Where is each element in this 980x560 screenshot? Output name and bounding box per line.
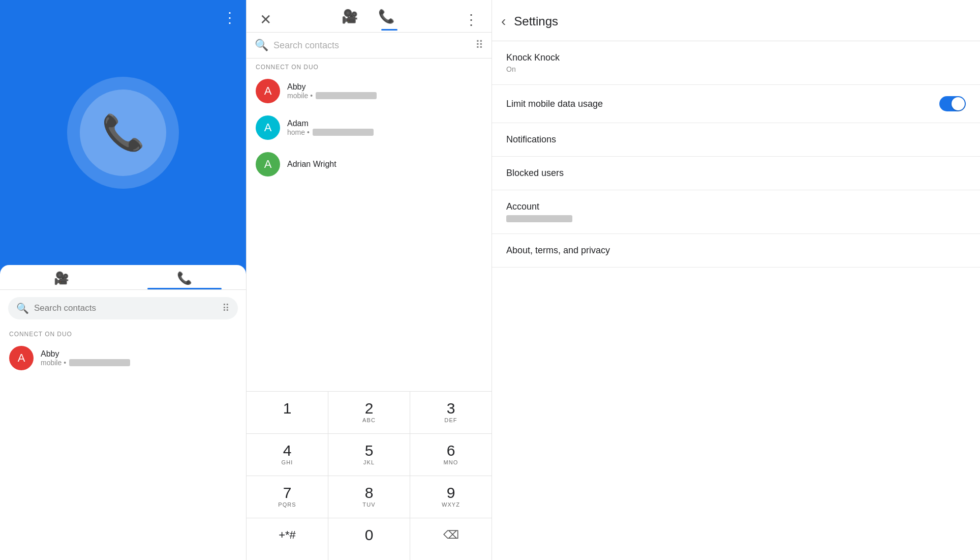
mid-header: ✕ 🎥 📞 ⋮ xyxy=(247,0,492,33)
left-search-bar[interactable]: 🔍 ⠿ xyxy=(8,297,238,319)
toggle-knob xyxy=(952,97,965,110)
contact-info-abby: Abby mobile • xyxy=(41,349,130,367)
settings-label-blocked-users: Blocked users xyxy=(506,168,564,179)
settings-header: ‹ Settings xyxy=(492,0,980,41)
settings-title: Settings xyxy=(514,14,558,28)
mid-video-icon: 🎥 xyxy=(342,9,358,24)
settings-label-about: About, terms, and privacy xyxy=(506,245,610,256)
left-tabs-row: 🎥 📞 xyxy=(0,265,246,290)
left-search-icon: 🔍 xyxy=(16,302,29,314)
menu-dots-button[interactable]: ⋮ xyxy=(223,9,237,26)
dial-num-8: 8 xyxy=(365,485,374,500)
left-tab-video[interactable]: 🎥 xyxy=(0,271,123,289)
settings-item-account[interactable]: Account xyxy=(492,190,980,234)
settings-item-content-notifications: Notifications xyxy=(506,134,556,145)
dial-letters-4: GHI xyxy=(282,459,293,466)
left-panel-top: ⋮ 📞 xyxy=(0,0,246,265)
settings-item-content-account: Account xyxy=(506,201,572,222)
dial-key-5[interactable]: 5 JKL xyxy=(328,434,410,476)
mid-contact-abby[interactable]: A Abby mobile • xyxy=(247,73,492,109)
mid-name-adrian: Adrian Wright xyxy=(287,160,336,169)
dial-key-9[interactable]: 9 WXYZ xyxy=(410,476,492,518)
dial-num-6: 6 xyxy=(447,443,455,458)
left-panel: ⋮ 📞 🎥 📞 🔍 ⠿ CONNECT ON DUO A xyxy=(0,0,246,560)
call-circle-inner: 📞 xyxy=(80,90,166,176)
dial-key-4[interactable]: 4 GHI xyxy=(247,434,328,476)
dial-num-5: 5 xyxy=(365,443,374,458)
mid-search-icon: 🔍 xyxy=(255,39,268,52)
contact-item-abby[interactable]: A Abby mobile • xyxy=(0,340,246,376)
backspace-icon: ⌫ xyxy=(443,528,459,542)
limit-data-toggle[interactable] xyxy=(939,96,966,111)
call-circle-outer: 📞 xyxy=(67,77,179,189)
avatar-abby: A xyxy=(9,346,34,370)
dial-letters-9: WXYZ xyxy=(442,502,460,509)
mid-search-bar[interactable]: 🔍 ⠿ xyxy=(247,33,492,58)
left-section-label: CONNECT ON DUO xyxy=(0,327,246,340)
dial-key-6[interactable]: 6 MNO xyxy=(410,434,492,476)
mid-contacts: A Abby mobile • A Adam home • A Adrian W… xyxy=(247,73,492,560)
dial-key-7[interactable]: 7 PQRS xyxy=(247,476,328,518)
dial-sym: +*# xyxy=(279,528,296,542)
mid-detail-abby: mobile • xyxy=(287,92,377,100)
left-keypad-icon[interactable]: ⠿ xyxy=(222,302,230,314)
mid-info-adam: Adam home • xyxy=(287,119,374,136)
settings-item-knock-knock[interactable]: Knock Knock On xyxy=(492,41,980,85)
dial-key-0[interactable]: 0 xyxy=(328,518,410,560)
settings-item-content-limit-data: Limit mobile data usage xyxy=(506,99,603,109)
header-tabs: 🎥 📞 xyxy=(278,9,458,31)
phone-tab-icon: 📞 xyxy=(177,271,192,285)
mid-name-adam: Adam xyxy=(287,119,374,128)
mid-keypad-icon[interactable]: ⠿ xyxy=(475,39,483,52)
left-search-input[interactable] xyxy=(34,303,217,313)
dialpad-grid: 1 2 ABC 3 DEF 4 GHI 5 JKL xyxy=(247,392,492,560)
mid-phone-icon: 📞 xyxy=(378,9,394,24)
mid-search-input[interactable] xyxy=(273,40,470,51)
settings-item-about[interactable]: About, terms, and privacy xyxy=(492,234,980,268)
dial-letters-8: TUV xyxy=(362,502,375,509)
mid-panel: ✕ 🎥 📞 ⋮ 🔍 ⠿ CONNECT ON DUO A Abby mobile… xyxy=(246,0,492,560)
video-tab-icon: 🎥 xyxy=(54,271,69,285)
dial-key-8[interactable]: 8 TUV xyxy=(328,476,410,518)
settings-item-content-knock-knock: Knock Knock On xyxy=(506,52,560,73)
mid-tab-video[interactable]: 🎥 xyxy=(342,9,358,31)
contact-detail-abby: mobile • xyxy=(41,359,130,367)
dial-key-backspace[interactable]: ⌫ xyxy=(410,518,492,560)
settings-item-blocked-users[interactable]: Blocked users xyxy=(492,157,980,190)
dialpad-overlay: 1 2 ABC 3 DEF 4 GHI 5 JKL xyxy=(247,391,492,560)
left-contact-list: A Abby mobile • xyxy=(0,340,246,560)
contact-name-abby: Abby xyxy=(41,349,130,359)
mid-avatar-adam: A xyxy=(256,115,280,140)
mid-section-label: CONNECT ON DUO xyxy=(247,58,492,73)
mid-name-abby: Abby xyxy=(287,82,377,92)
dial-num-9: 9 xyxy=(447,485,455,500)
settings-label-knock-knock: Knock Knock xyxy=(506,52,560,63)
dial-key-3[interactable]: 3 DEF xyxy=(410,392,492,433)
close-button[interactable]: ✕ xyxy=(254,7,278,32)
call-icon: 📞 xyxy=(102,112,145,153)
mid-more-button[interactable]: ⋮ xyxy=(458,7,484,32)
dial-letters-6: MNO xyxy=(444,459,458,466)
settings-item-notifications[interactable]: Notifications xyxy=(492,123,980,157)
settings-item-content-blocked-users: Blocked users xyxy=(506,168,564,179)
settings-item-limit-data[interactable]: Limit mobile data usage xyxy=(492,85,980,123)
left-tab-phone[interactable]: 📞 xyxy=(123,271,246,289)
dial-letters-5: JKL xyxy=(363,459,375,466)
tab-underline xyxy=(147,288,221,289)
account-value-blur xyxy=(506,215,572,222)
dial-key-sym[interactable]: +*# xyxy=(247,518,328,560)
dial-key-2[interactable]: 2 ABC xyxy=(328,392,410,433)
dial-key-1[interactable]: 1 xyxy=(247,392,328,433)
left-panel-bottom: 🎥 📞 🔍 ⠿ CONNECT ON DUO A Abby mobile • xyxy=(0,265,246,560)
dial-num-4: 4 xyxy=(283,443,292,458)
settings-label-account: Account xyxy=(506,201,572,212)
settings-label-notifications: Notifications xyxy=(506,134,556,145)
dial-num-1: 1 xyxy=(283,401,292,416)
dial-num-7: 7 xyxy=(283,485,292,500)
mid-contact-adrian[interactable]: A Adrian Wright xyxy=(247,146,492,183)
dial-num-2: 2 xyxy=(365,401,374,416)
settings-item-content-about: About, terms, and privacy xyxy=(506,245,610,256)
settings-back-button[interactable]: ‹ xyxy=(499,11,514,32)
mid-tab-phone[interactable]: 📞 xyxy=(378,9,394,31)
mid-contact-adam[interactable]: A Adam home • xyxy=(247,109,492,146)
